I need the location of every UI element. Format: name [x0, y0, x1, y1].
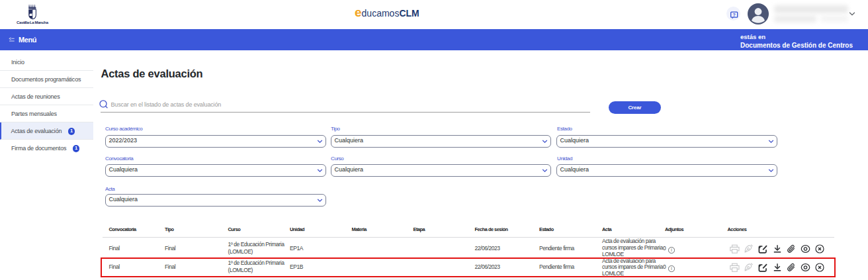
svg-text:?: ? — [732, 12, 735, 17]
svg-text:Castilla-La Mancha: Castilla-La Mancha — [17, 21, 49, 24]
